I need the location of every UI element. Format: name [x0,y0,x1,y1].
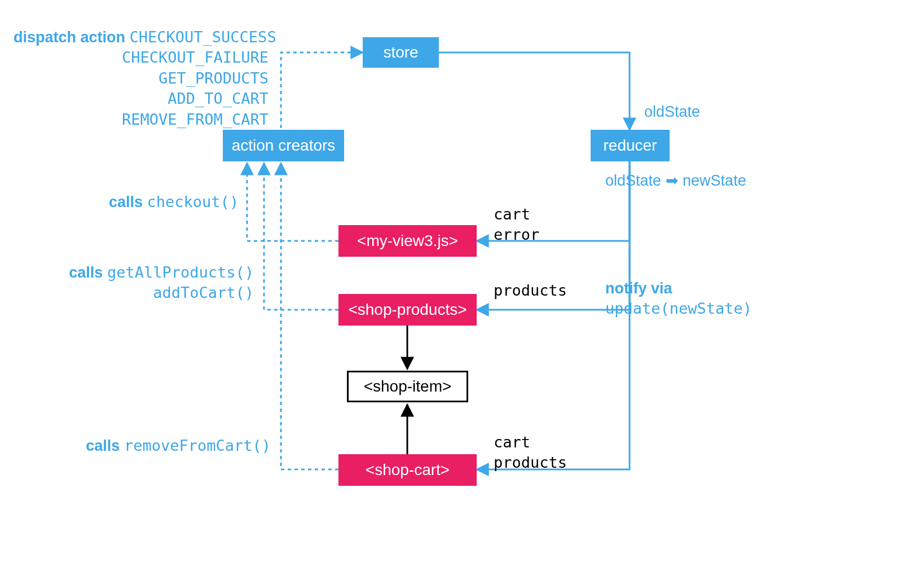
node-shop-item: <shop-item> [347,371,468,402]
props-shop-products-0: products [494,282,567,299]
props-shop-cart: cart products [494,432,567,473]
dispatch-action-1: CHECKOUT_FAILURE [122,49,269,66]
label-notify: notify via update(newState) [605,278,752,319]
node-shop-cart: <shop-cart> [338,454,477,486]
label-state-transition: oldState ➡ newState [605,170,746,191]
calls-products: calls getAllProducts() addToCart() [51,262,254,304]
dispatch-action-4: REMOVE_FROM_CART [122,111,269,128]
props-shop-cart-1: products [494,454,567,471]
calls-get-all: getAllProducts() [107,263,254,281]
node-reducer: reducer [591,130,670,161]
node-my-view3: <my-view3.js> [338,225,477,257]
calls-add: addToCart() [153,284,254,301]
node-shop-products-label: <shop-products> [348,301,467,319]
calls-checkout-fn: checkout() [147,193,239,210]
dispatch-title: dispatch action [14,29,125,46]
calls-remove: calls removeFromCart() [73,436,271,456]
label-notify-code: update(newState) [605,300,752,317]
node-store: store [363,37,439,68]
props-my-view3-0: cart [494,205,530,223]
label-state-transition-text: oldState ➡ newState [605,172,746,189]
label-old-state-text: oldState [644,103,700,120]
node-shop-item-label: <shop-item> [364,377,452,396]
calls-checkout: calls checkout() [109,192,236,212]
dispatch-action-2: GET_PRODUCTS [159,69,269,87]
node-reducer-label: reducer [604,137,657,155]
calls-remove-title: calls [86,437,120,454]
dispatch-action-3: ADD_TO_CART [168,90,269,107]
label-old-state: oldState [644,102,700,122]
props-my-view3: cart error [494,204,539,245]
label-notify-title: notify via [605,280,672,297]
props-shop-products: products [494,280,567,301]
node-my-view3-label: <my-view3.js> [357,232,458,250]
node-shop-products: <shop-products> [338,294,477,326]
node-shop-cart-label: <shop-cart> [366,461,450,479]
calls-products-title: calls [69,264,103,281]
dispatch-label: dispatch action CHECKOUT_SUCCESS CHECKOU… [14,27,269,130]
dispatch-action-0: CHECKOUT_SUCCESS [130,28,276,46]
node-store-label: store [383,43,418,62]
props-my-view3-1: error [494,226,539,243]
props-shop-cart-0: cart [494,433,530,451]
calls-checkout-title: calls [109,194,143,210]
node-action-creators-label: action creators [232,137,336,155]
calls-remove-fn: removeFromCart() [124,437,271,454]
node-action-creators: action creators [223,130,344,161]
